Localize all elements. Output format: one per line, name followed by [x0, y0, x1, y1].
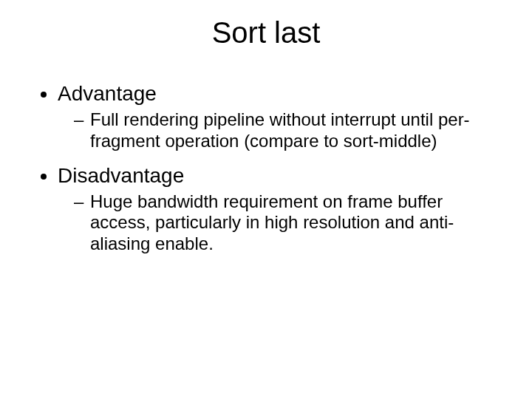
sub-bullet-text: Huge bandwidth requirement on frame buff…: [90, 191, 454, 254]
sub-bullet-item: Huge bandwidth requirement on frame buff…: [78, 191, 495, 255]
sub-bullet-list: Full rendering pipeline without interrup…: [58, 109, 495, 152]
sub-bullet-list: Huge bandwidth requirement on frame buff…: [58, 191, 495, 255]
bullet-item: Advantage Full rendering pipeline withou…: [58, 81, 495, 152]
bullet-list: Advantage Full rendering pipeline withou…: [37, 81, 495, 255]
slide-title: Sort last: [37, 16, 495, 50]
bullet-label: Advantage: [58, 82, 157, 105]
sub-bullet-item: Full rendering pipeline without interrup…: [78, 109, 495, 152]
bullet-item: Disadvantage Huge bandwidth requirement …: [58, 163, 495, 255]
slide: Sort last Advantage Full rendering pipel…: [0, 0, 532, 399]
bullet-label: Disadvantage: [58, 164, 184, 187]
sub-bullet-text: Full rendering pipeline without interrup…: [90, 109, 470, 151]
